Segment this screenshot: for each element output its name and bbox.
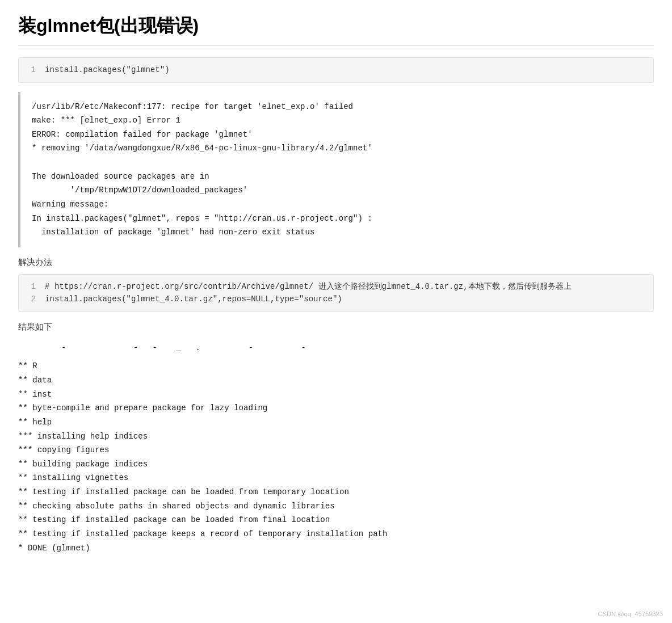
solution-line-1: 1 # https://cran.r-project.org/src/contr… [27, 280, 645, 293]
result-label: 结果如下 [18, 321, 654, 333]
install-code: install.packages("glmnet") [45, 64, 170, 77]
solution-comment: # https://cran.r-project.org/src/contrib… [45, 280, 572, 293]
install-code-block: 1 install.packages("glmnet") [18, 57, 654, 83]
result-header: - - - _ . - - [18, 339, 654, 357]
solution-line-2: 2 install.packages("glmnet_4.0.tar.gz",r… [27, 293, 645, 306]
page-title: 装glmnet包(出现错误) [18, 14, 654, 46]
solution-code-block: 1 # https://cran.r-project.org/src/contr… [18, 274, 654, 312]
solution-line-num-1: 1 [27, 280, 36, 293]
result-output: ** R ** data ** inst ** byte-compile and… [18, 357, 654, 557]
line-number: 1 [27, 64, 36, 77]
solution-line-num-2: 2 [27, 293, 36, 306]
error-output: /usr/lib/R/etc/Makeconf:177: recipe for … [18, 92, 654, 247]
solution-label: 解决办法 [18, 256, 654, 268]
solution-code-line-2: install.packages("glmnet_4.0.tar.gz",rep… [45, 293, 342, 306]
